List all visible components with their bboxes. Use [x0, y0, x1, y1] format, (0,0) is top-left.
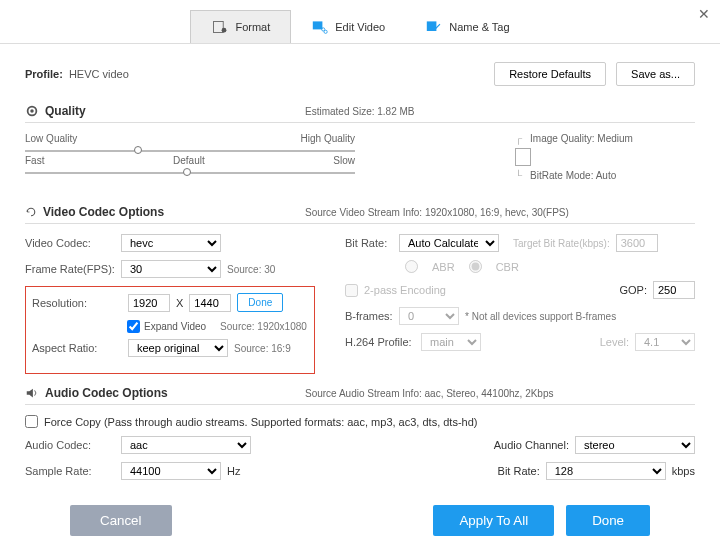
target-bitrate-input	[616, 234, 658, 252]
tab-name-tag[interactable]: Name & Tag	[405, 10, 529, 43]
audio-channel-label: Audio Channel:	[494, 439, 569, 451]
bitrate-select[interactable]: Auto Calculate	[399, 234, 499, 252]
audio-section-head: Audio Codec Options Source Audio Stream …	[25, 386, 695, 405]
tab-format-label: Format	[235, 21, 270, 33]
hz-label: Hz	[227, 465, 240, 477]
expand-video-label: Expand Video	[144, 321, 206, 332]
tab-nametag-label: Name & Tag	[449, 21, 509, 33]
quality-slider[interactable]	[25, 150, 355, 152]
level-label: Level:	[600, 336, 629, 348]
audio-bitrate-label: Bit Rate:	[498, 465, 540, 477]
audio-codec-select[interactable]: aac	[121, 436, 251, 454]
expand-video-checkbox[interactable]	[127, 320, 140, 333]
svg-point-7	[30, 109, 34, 113]
abr-radio	[405, 260, 418, 273]
quality-section-head: Quality Estimated Size: 1.82 MB	[25, 104, 695, 123]
aspect-ratio-source: Source: 16:9	[234, 343, 291, 354]
audio-stream-info: Source Audio Stream Info: aac, Stereo, 4…	[305, 388, 554, 399]
pencil-icon	[425, 19, 443, 35]
h264-profile-select: main	[421, 333, 481, 351]
document-icon	[515, 148, 531, 166]
fps-select[interactable]: 30	[121, 260, 221, 278]
bitrate-label: Bit Rate:	[345, 237, 393, 249]
gop-label: GOP:	[619, 284, 647, 296]
image-quality-text: Image Quality: Medium	[530, 133, 633, 144]
svg-rect-2	[313, 21, 323, 29]
force-copy-label: Force Copy (Pass through audio streams. …	[44, 416, 477, 428]
estimated-size: Estimated Size: 1.82 MB	[305, 106, 415, 117]
resolution-done-button[interactable]: Done	[237, 293, 283, 312]
close-icon[interactable]: ✕	[698, 6, 710, 22]
svg-point-1	[222, 28, 227, 33]
svg-rect-5	[427, 21, 437, 31]
tab-edit-label: Edit Video	[335, 21, 385, 33]
aspect-ratio-select[interactable]: keep original	[128, 339, 228, 357]
sample-rate-select[interactable]: 44100	[121, 462, 221, 480]
resolution-highlight-box: Resolution:XDone Expand VideoSource: 192…	[25, 286, 315, 374]
profile-value: HEVC video	[69, 68, 129, 80]
speed-slider[interactable]	[25, 172, 355, 174]
gear-icon	[25, 104, 39, 118]
target-bitrate-label: Target Bit Rate(kbps):	[513, 238, 610, 249]
gop-input[interactable]	[653, 281, 695, 299]
low-quality-label: Low Quality	[25, 133, 77, 144]
fast-label: Fast	[25, 155, 44, 166]
bframes-label: B-frames:	[345, 310, 393, 322]
footer: Cancel Apply To All Done	[0, 505, 720, 536]
level-select: 4.1	[635, 333, 695, 351]
speaker-icon	[25, 386, 39, 400]
quality-title: Quality	[45, 104, 86, 118]
bframes-note: * Not all devices support B-frames	[465, 311, 616, 322]
video-codec-label: Video Codec:	[25, 237, 115, 249]
resolution-height-input[interactable]	[189, 294, 231, 312]
slow-label: Slow	[333, 155, 355, 166]
cbr-radio	[469, 260, 482, 273]
resolution-width-input[interactable]	[128, 294, 170, 312]
audio-codec-title: Audio Codec Options	[45, 386, 168, 400]
bracket-icon: ┌	[515, 133, 522, 144]
high-quality-label: High Quality	[301, 133, 355, 144]
video-codec-select[interactable]: hevc	[121, 234, 221, 252]
profile-row: Profile: HEVC video Restore Defaults Sav…	[25, 62, 695, 86]
kbps-label: kbps	[672, 465, 695, 477]
video-codec-title: Video Codec Options	[43, 205, 164, 219]
cbr-label: CBR	[496, 261, 519, 273]
bracket-icon-2: └	[515, 170, 522, 181]
format-icon	[211, 19, 229, 35]
done-button[interactable]: Done	[566, 505, 650, 536]
tab-format[interactable]: Format	[190, 10, 291, 43]
audio-channel-select[interactable]: stereo	[575, 436, 695, 454]
scissors-icon	[311, 19, 329, 35]
profile-label: Profile:	[25, 68, 63, 80]
apply-to-all-button[interactable]: Apply To All	[433, 505, 554, 536]
resolution-source: Source: 1920x1080	[220, 321, 307, 332]
x-separator: X	[176, 297, 183, 309]
audio-codec-label: Audio Codec:	[25, 439, 115, 451]
audio-bitrate-select[interactable]: 128	[546, 462, 666, 480]
video-section-head: Video Codec Options Source Video Stream …	[25, 205, 695, 224]
bframes-select: 0	[399, 307, 459, 325]
restore-defaults-button[interactable]: Restore Defaults	[494, 62, 606, 86]
twopass-label: 2-pass Encoding	[364, 284, 446, 296]
twopass-checkbox	[345, 284, 358, 297]
force-copy-checkbox[interactable]	[25, 415, 38, 428]
save-as-button[interactable]: Save as...	[616, 62, 695, 86]
bitrate-mode-text: BitRate Mode: Auto	[530, 170, 616, 181]
sample-rate-label: Sample Rate:	[25, 465, 115, 477]
aspect-ratio-label: Aspect Ratio:	[32, 342, 122, 354]
refresh-icon	[25, 206, 37, 218]
abr-label: ABR	[432, 261, 455, 273]
resolution-label: Resolution:	[32, 297, 122, 309]
fps-source: Source: 30	[227, 264, 275, 275]
h264-profile-label: H.264 Profile:	[345, 336, 415, 348]
video-stream-info: Source Video Stream Info: 1920x1080, 16:…	[305, 207, 569, 218]
tab-bar: Format Edit Video Name & Tag	[0, 0, 720, 44]
tab-edit-video[interactable]: Edit Video	[291, 10, 405, 43]
default-label: Default	[173, 155, 205, 166]
fps-label: Frame Rate(FPS):	[25, 263, 115, 275]
cancel-button[interactable]: Cancel	[70, 505, 172, 536]
svg-point-4	[324, 30, 327, 33]
